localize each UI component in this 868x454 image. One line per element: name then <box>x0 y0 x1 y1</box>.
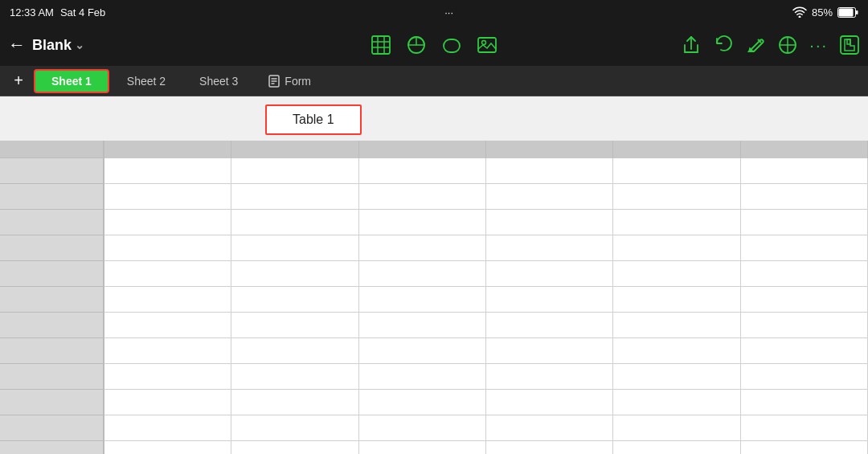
table-cell[interactable] <box>104 158 231 183</box>
table-cell[interactable] <box>613 390 740 415</box>
insert-table-button[interactable] <box>371 35 391 55</box>
table-cell[interactable] <box>613 338 740 363</box>
table-cell[interactable] <box>613 415 740 440</box>
table-cell[interactable] <box>741 313 868 337</box>
table-cell[interactable] <box>231 415 358 440</box>
table-cell[interactable] <box>231 364 358 389</box>
share-button[interactable] <box>681 35 702 55</box>
table-cell[interactable] <box>359 261 486 286</box>
table-cell[interactable] <box>741 210 868 235</box>
table-cell[interactable] <box>613 441 740 454</box>
table-row[interactable] <box>104 364 868 390</box>
table-cell[interactable] <box>359 235 486 260</box>
table-row[interactable] <box>104 287 868 313</box>
table-cell[interactable] <box>104 338 231 363</box>
table-cell[interactable] <box>486 338 613 363</box>
insert-media-button[interactable] <box>477 35 497 55</box>
table-cell[interactable] <box>231 261 358 286</box>
table-row[interactable] <box>104 261 868 287</box>
sheet-tab-form[interactable]: Form <box>256 69 324 93</box>
table-row[interactable] <box>104 235 868 261</box>
insert-shape-button[interactable] <box>441 35 462 55</box>
table-cell[interactable] <box>231 235 358 260</box>
table-cell[interactable] <box>231 338 358 363</box>
sheet-tab-sheet3[interactable]: Sheet 3 <box>183 69 254 93</box>
table-cell[interactable] <box>741 364 868 389</box>
sheet-tab-sheet2[interactable]: Sheet 2 <box>111 69 182 93</box>
table-cell[interactable] <box>104 184 231 209</box>
table-cell[interactable] <box>231 287 358 312</box>
document-title[interactable]: Blank ⌄ <box>32 37 84 54</box>
table-cell[interactable] <box>613 210 740 235</box>
table-cell[interactable] <box>359 287 486 312</box>
insert-chart-button[interactable] <box>406 35 427 55</box>
table-cell[interactable] <box>486 364 613 389</box>
table-cell[interactable] <box>104 210 231 235</box>
table-cell[interactable] <box>741 441 868 454</box>
pencil-button[interactable] <box>745 35 766 55</box>
table-cell[interactable] <box>486 184 613 209</box>
table-cell[interactable] <box>359 158 486 183</box>
table-cell[interactable] <box>613 287 740 312</box>
table-cell[interactable] <box>486 287 613 312</box>
table-cell[interactable] <box>486 313 613 337</box>
table-cell[interactable] <box>741 338 868 363</box>
table-row[interactable] <box>104 184 868 210</box>
table-cell[interactable] <box>613 313 740 337</box>
table-cell[interactable] <box>104 364 231 389</box>
table-cell[interactable] <box>359 441 486 454</box>
table-cell[interactable] <box>741 235 868 260</box>
table-cell[interactable] <box>486 390 613 415</box>
table-cell[interactable] <box>231 158 358 183</box>
table-cell[interactable] <box>741 158 868 183</box>
table-cell[interactable] <box>231 390 358 415</box>
table-cell[interactable] <box>104 390 231 415</box>
table-cell[interactable] <box>486 235 613 260</box>
table-row[interactable] <box>104 313 868 338</box>
table-cell[interactable] <box>104 415 231 440</box>
table-cell[interactable] <box>104 441 231 454</box>
table-cell[interactable] <box>741 415 868 440</box>
table-cell[interactable] <box>741 287 868 312</box>
table-cell[interactable] <box>613 364 740 389</box>
table-title-container[interactable]: Table 1 <box>265 104 362 135</box>
table-cell[interactable] <box>104 261 231 286</box>
table-cell[interactable] <box>104 313 231 337</box>
table-cell[interactable] <box>486 158 613 183</box>
table-cell[interactable] <box>359 313 486 337</box>
format-button[interactable] <box>777 35 798 55</box>
table-row[interactable] <box>104 441 868 454</box>
table-title[interactable]: Table 1 <box>265 104 362 135</box>
done-button[interactable] <box>839 35 860 55</box>
table-cell[interactable] <box>613 235 740 260</box>
table-cell[interactable] <box>231 184 358 209</box>
table-row[interactable] <box>104 338 868 364</box>
table-cell[interactable] <box>231 441 358 454</box>
table-cell[interactable] <box>486 441 613 454</box>
table-cell[interactable] <box>486 415 613 440</box>
table-cell[interactable] <box>104 287 231 312</box>
table-cell[interactable] <box>231 210 358 235</box>
undo-button[interactable] <box>713 35 734 55</box>
table-row[interactable] <box>104 158 868 184</box>
back-button[interactable]: ← <box>8 35 26 55</box>
table-cell[interactable] <box>359 415 486 440</box>
table-cell[interactable] <box>359 210 486 235</box>
sheet-tab-sheet1[interactable]: Sheet 1 <box>34 69 109 93</box>
table-cell[interactable] <box>231 313 358 337</box>
table-cell[interactable] <box>359 338 486 363</box>
more-button[interactable]: ··· <box>809 36 828 55</box>
table-cell[interactable] <box>359 390 486 415</box>
table-cell[interactable] <box>486 210 613 235</box>
table-cell[interactable] <box>486 261 613 286</box>
table-cell[interactable] <box>359 364 486 389</box>
table-row[interactable] <box>104 390 868 415</box>
table-row[interactable] <box>104 415 868 441</box>
add-sheet-button[interactable]: + <box>6 69 31 93</box>
table-cell[interactable] <box>741 390 868 415</box>
table-cell[interactable] <box>359 184 486 209</box>
table-cell[interactable] <box>613 158 740 183</box>
table-cell[interactable] <box>741 184 868 209</box>
table-cell[interactable] <box>104 235 231 260</box>
table-row[interactable] <box>104 210 868 235</box>
